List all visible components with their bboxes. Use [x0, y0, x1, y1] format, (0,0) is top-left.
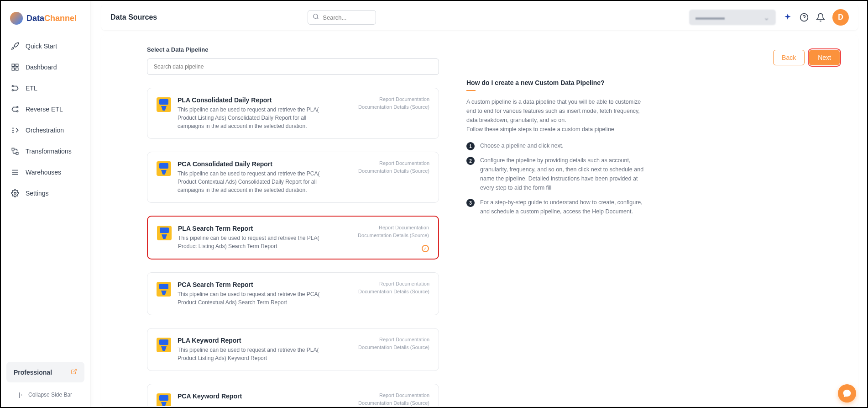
flipkart-icon — [157, 393, 171, 406]
card-title: PCA Search Term Report — [178, 281, 324, 288]
card-desc: This pipeline can be used to request and… — [178, 346, 324, 362]
warehouses-icon — [11, 168, 19, 176]
help-icon[interactable] — [800, 13, 809, 22]
section-label: Select a Data Pipeline — [147, 46, 439, 53]
pipeline-card[interactable]: PCA Keyword Report Report Documentation … — [147, 384, 439, 406]
nav-warehouses[interactable]: Warehouses — [5, 162, 86, 183]
svg-rect-1 — [16, 64, 18, 66]
nav-label: Reverse ETL — [26, 106, 63, 113]
svg-point-13 — [14, 192, 16, 195]
doc-details-link[interactable]: Documentation Details (Source) — [358, 167, 429, 175]
logo-icon — [10, 12, 23, 25]
svg-rect-8 — [12, 148, 14, 150]
nav-dashboard[interactable]: Dashboard — [5, 57, 86, 78]
back-button[interactable]: Back — [773, 50, 805, 65]
nav: Quick Start Dashboard ETL Reverse ETL Or… — [1, 36, 90, 204]
pipeline-card[interactable]: PCA Consolidated Daily Report This pipel… — [147, 152, 439, 203]
card-links: Report Documentation Documentation Detai… — [358, 280, 429, 295]
step-number: 3 — [466, 199, 475, 207]
report-doc-link[interactable]: Report Documentation — [358, 159, 429, 167]
report-doc-link[interactable]: Report Documentation — [358, 336, 429, 344]
search-icon — [313, 13, 319, 21]
flipkart-icon — [157, 338, 171, 352]
pipeline-card[interactable]: PLA Keyword Report This pipeline can be … — [147, 328, 439, 371]
report-doc-link[interactable]: Report Documentation — [358, 224, 429, 232]
step-number: 1 — [466, 142, 475, 150]
top-search[interactable] — [308, 10, 376, 25]
nav-transformations[interactable]: Transformations — [5, 141, 86, 162]
collapse-icon: |← — [19, 392, 26, 398]
svg-rect-2 — [12, 68, 14, 70]
nav-orchestration[interactable]: Orchestration — [5, 120, 86, 141]
nav-quick-start[interactable]: Quick Start — [5, 36, 86, 57]
nav-label: Transformations — [26, 148, 72, 155]
help-step: 3 For a step-by-step guide to understand… — [466, 198, 649, 216]
card-desc: This pipeline can be used to request and… — [178, 234, 324, 250]
help-divider — [466, 90, 476, 91]
nav-etl[interactable]: ETL — [5, 78, 86, 99]
pipeline-card[interactable]: PCA Search Term Report This pipeline can… — [147, 272, 439, 315]
card-desc: This pipeline can be used to request and… — [178, 106, 324, 130]
card-title: PCA Consolidated Daily Report — [178, 160, 324, 168]
avatar[interactable]: D — [832, 9, 849, 26]
logo[interactable]: DataChannel — [1, 1, 90, 36]
nav-settings[interactable]: Settings — [5, 183, 86, 204]
flipkart-icon — [157, 161, 171, 176]
flipkart-icon — [157, 282, 171, 297]
report-doc-link[interactable]: Report Documentation — [358, 280, 429, 288]
card-title: PLA Consolidated Daily Report — [178, 96, 324, 104]
chevron-down-icon: ⌄ — [763, 13, 769, 22]
nav-label: Settings — [26, 190, 49, 197]
topbar-right: ▬▬▬▬ ⌄ D — [689, 9, 849, 26]
doc-details-link[interactable]: Documentation Details (Source) — [358, 399, 429, 407]
step-number: 2 — [466, 157, 475, 165]
workspace-selector[interactable]: ▬▬▬▬ ⌄ — [689, 10, 776, 25]
bell-icon[interactable] — [816, 13, 825, 22]
pipeline-card[interactable]: PLA Consolidated Daily Report This pipel… — [147, 88, 439, 139]
report-doc-link[interactable]: Report Documentation — [358, 95, 429, 103]
ai-sparkle-icon[interactable] — [783, 13, 792, 22]
svg-rect-3 — [16, 68, 18, 70]
card-links: Report Documentation Documentation Detai… — [358, 159, 429, 175]
sidebar: DataChannel Quick Start Dashboard ETL Re… — [1, 1, 90, 407]
sidebar-bottom: Professional |← Collapse Side Bar — [1, 362, 90, 398]
svg-point-14 — [314, 14, 318, 18]
doc-details-link[interactable]: Documentation Details (Source) — [358, 232, 429, 239]
svg-point-7 — [17, 111, 18, 112]
pipeline-search-input[interactable] — [147, 58, 439, 75]
svg-point-5 — [12, 90, 13, 91]
card-title: PCA Keyword Report — [178, 392, 324, 400]
help-step: 2 Configure the pipeline by providing de… — [466, 156, 649, 192]
card-links: Report Documentation Documentation Detai… — [358, 336, 429, 351]
reverse-etl-icon — [11, 105, 19, 113]
svg-point-6 — [17, 106, 18, 108]
check-icon: ✓ — [422, 245, 429, 252]
doc-details-link[interactable]: Documentation Details (Source) — [358, 344, 429, 351]
nav-reverse-etl[interactable]: Reverse ETL — [5, 99, 86, 120]
grid-icon — [11, 63, 19, 71]
main-content: Back Next Select a Data Pipeline PLA Con… — [101, 35, 858, 406]
doc-details-link[interactable]: Documentation Details (Source) — [358, 103, 429, 111]
nav-label: Warehouses — [26, 169, 61, 176]
collapse-sidebar-button[interactable]: |← Collapse Side Bar — [6, 392, 84, 398]
card-links: Report Documentation Documentation Detai… — [358, 95, 429, 111]
svg-line-15 — [317, 18, 319, 19]
card-links: Report Documentation Documentation Detai… — [358, 392, 429, 406]
chat-fab[interactable] — [838, 384, 856, 403]
report-doc-link[interactable]: Report Documentation — [358, 392, 429, 399]
card-desc: This pipeline can be used to request and… — [178, 290, 324, 307]
top-search-input[interactable] — [323, 14, 371, 21]
svg-rect-0 — [12, 64, 14, 66]
nav-label: Dashboard — [26, 64, 57, 71]
step-text: Configure the pipeline by providing deta… — [480, 156, 649, 192]
plan-label: Professional — [14, 369, 52, 376]
orchestration-icon — [11, 126, 19, 134]
chat-icon — [842, 389, 852, 398]
action-buttons: Back Next — [773, 50, 840, 65]
next-button[interactable]: Next — [809, 50, 840, 65]
plan-badge[interactable]: Professional — [6, 362, 84, 382]
pipeline-list-column: Select a Data Pipeline PLA Consolidated … — [147, 46, 439, 406]
card-desc: This pipeline can be used to request and… — [178, 170, 324, 194]
pipeline-card-selected[interactable]: PLA Search Term Report This pipeline can… — [147, 216, 439, 260]
doc-details-link[interactable]: Documentation Details (Source) — [358, 288, 429, 296]
